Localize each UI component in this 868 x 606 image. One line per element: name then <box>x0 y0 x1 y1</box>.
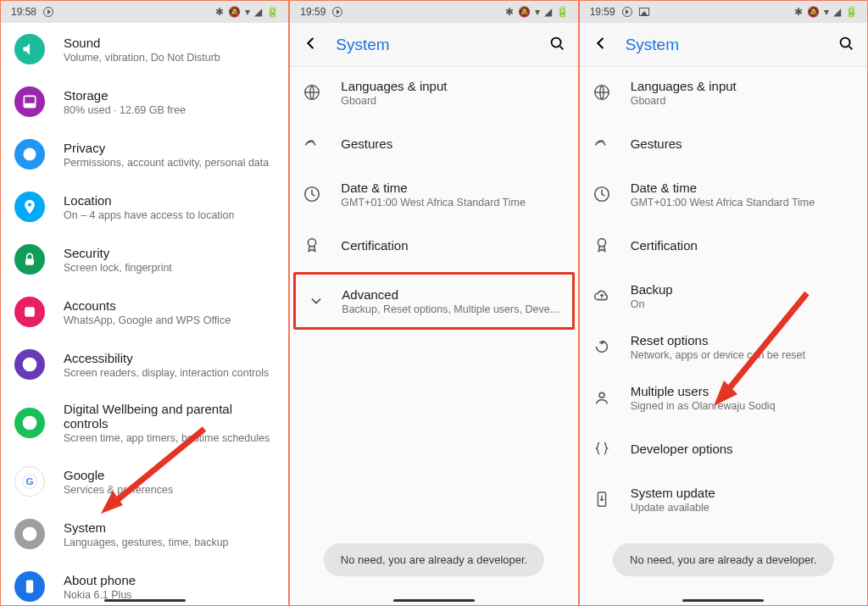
system-collapsed-panel: 19:59 ✱🔕▾◢🔋 System Languages & inputGboa… <box>289 0 578 606</box>
item-datetime[interactable]: Date & timeGMT+01:00 West Africa Standar… <box>580 169 867 220</box>
item-title: Languages & input <box>631 79 855 93</box>
search-button[interactable] <box>548 34 566 56</box>
accounts-icon <box>14 297 45 327</box>
item-title: Gestures <box>341 136 565 151</box>
item-subtitle: WhatsApp, Google and WPS Office <box>64 314 276 326</box>
item-title: Security <box>64 246 276 260</box>
reset-icon <box>592 336 612 357</box>
play-icon <box>332 7 342 17</box>
item-advanced[interactable]: AdvancedBackup, Reset options, Multiple … <box>303 280 565 322</box>
item-title: Accessibility <box>64 351 276 365</box>
system-expanded-panel: 19:59 ✱🔕▾◢🔋 System Languages & inputGboa… <box>579 0 868 606</box>
system-list[interactable]: Languages & inputGboardGesturesDate & ti… <box>290 67 577 605</box>
item-location[interactable]: LocationOn – 4 apps have access to locat… <box>1 181 288 233</box>
back-button[interactable] <box>302 34 320 56</box>
datetime-icon <box>592 184 612 204</box>
item-subtitle: Services & preferences <box>64 484 276 496</box>
item-subtitle: Backup, Reset options, Multiple users, D… <box>342 303 561 315</box>
item-languages[interactable]: Languages & inputGboard <box>580 67 867 118</box>
datetime-icon <box>302 184 322 204</box>
cert-icon <box>592 235 612 255</box>
item-subtitle: Screen lock, fingerprint <box>64 262 276 274</box>
item-accounts[interactable]: AccountsWhatsApp, Google and WPS Office <box>1 286 288 338</box>
item-gestures[interactable]: Gestures <box>290 118 577 169</box>
item-subtitle: Permissions, account activity, personal … <box>64 157 276 169</box>
accessibility-icon <box>14 349 45 380</box>
settings-list[interactable]: SoundVolume, vibration, Do Not DisturbSt… <box>1 23 288 605</box>
item-subtitle: Screen readers, display, interaction con… <box>64 367 276 379</box>
privacy-icon <box>14 139 45 170</box>
item-privacy[interactable]: PrivacyPermissions, account activity, pe… <box>1 128 288 181</box>
item-subtitle: Languages, gestures, time, backup <box>64 537 276 548</box>
play-icon <box>43 7 53 17</box>
item-datetime[interactable]: Date & timeGMT+01:00 West Africa Standar… <box>290 169 577 220</box>
google-icon <box>14 466 45 497</box>
back-button[interactable] <box>592 34 610 56</box>
item-title: System update <box>631 486 855 500</box>
item-subtitle: On – 4 apps have access to location <box>64 209 276 221</box>
toast: No need, you are already a developer. <box>613 543 833 576</box>
update-icon <box>592 489 612 509</box>
item-subtitle: Gboard <box>631 95 855 107</box>
item-title: Multiple users <box>631 384 855 398</box>
item-wellbeing[interactable]: Digital Wellbeing and parental controlsS… <box>1 391 288 455</box>
item-subtitle: GMT+01:00 West Africa Standard Time <box>341 197 565 208</box>
item-system[interactable]: SystemLanguages, gestures, time, backup <box>1 508 288 560</box>
item-devopts[interactable]: Developer options <box>580 423 867 474</box>
item-title: About phone <box>64 573 276 587</box>
cert-icon <box>302 235 322 255</box>
item-title: Reset options <box>631 333 855 347</box>
item-title: Gestures <box>631 136 855 151</box>
item-subtitle: Network, apps or device can be reset <box>631 349 855 361</box>
wellbeing-icon <box>14 408 45 438</box>
item-cert[interactable]: Certification <box>580 220 867 270</box>
gestures-icon <box>302 133 322 153</box>
item-gestures[interactable]: Gestures <box>580 118 867 169</box>
storage-icon <box>14 86 45 117</box>
item-languages[interactable]: Languages & inputGboard <box>290 67 577 118</box>
item-cert[interactable]: Certification <box>290 220 577 270</box>
item-title: Sound <box>64 36 276 50</box>
item-subtitle: GMT+01:00 West Africa Standard Time <box>631 197 855 208</box>
item-subtitle: 80% used · 12.69 GB free <box>64 104 276 116</box>
chevron-down-icon <box>306 291 326 311</box>
item-title: Developer options <box>631 442 855 456</box>
nav-indicator <box>393 599 475 602</box>
item-security[interactable]: SecurityScreen lock, fingerprint <box>1 233 288 286</box>
item-backup[interactable]: BackupOn <box>580 270 867 321</box>
advanced-highlight: AdvancedBackup, Reset options, Multiple … <box>293 272 574 330</box>
item-title: Certification <box>631 238 855 253</box>
item-accessibility[interactable]: AccessibilityScreen readers, display, in… <box>1 338 288 391</box>
status-bar: 19:59 ✱🔕▾◢🔋 <box>290 1 577 23</box>
devopts-icon <box>592 438 612 459</box>
app-header: System <box>290 23 577 67</box>
status-bar: 19:59 ✱🔕▾◢🔋 <box>580 1 867 23</box>
toast: No need, you are already a developer. <box>324 543 544 576</box>
item-reset[interactable]: Reset optionsNetwork, apps or device can… <box>580 321 867 372</box>
status-bar: 19:58 ✱🔕▾◢🔋 <box>1 1 288 23</box>
gestures-icon <box>592 133 612 153</box>
sound-icon <box>14 34 45 64</box>
nav-indicator <box>104 599 186 602</box>
item-title: Location <box>64 193 276 208</box>
item-subtitle: Gboard <box>341 95 565 107</box>
item-update[interactable]: System updateUpdate available <box>580 474 867 525</box>
status-icons: ✱🔕▾◢🔋 <box>794 6 859 18</box>
header-title: System <box>626 36 679 54</box>
item-title: Storage <box>64 88 276 103</box>
item-title: Date & time <box>631 181 855 195</box>
item-sound[interactable]: SoundVolume, vibration, Do Not Disturb <box>1 23 288 75</box>
item-title: Certification <box>341 238 565 253</box>
status-time: 19:59 <box>590 6 615 18</box>
header-title: System <box>336 36 389 54</box>
item-title: Date & time <box>341 181 565 195</box>
item-google[interactable]: GoogleServices & preferences <box>1 455 288 508</box>
languages-icon <box>302 82 322 103</box>
search-button[interactable] <box>837 34 855 56</box>
item-users[interactable]: Multiple usersSigned in as Olanrewaju So… <box>580 372 867 423</box>
item-title: System <box>64 520 276 535</box>
item-title: Accounts <box>64 298 276 313</box>
item-storage[interactable]: Storage80% used · 12.69 GB free <box>1 75 288 128</box>
system-list-expanded[interactable]: Languages & inputGboardGesturesDate & ti… <box>580 67 867 605</box>
item-title: Digital Wellbeing and parental controls <box>64 402 276 431</box>
